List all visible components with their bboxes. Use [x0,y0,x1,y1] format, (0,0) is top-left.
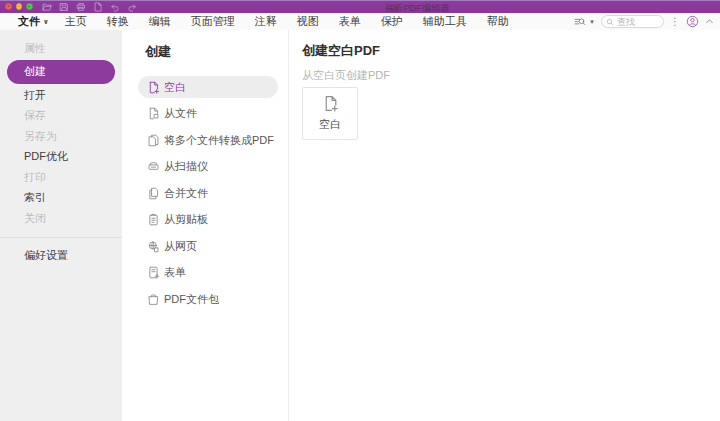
sidebar-item-print: 打印 [0,167,122,188]
undo-icon[interactable] [110,2,120,12]
new-doc-icon[interactable] [93,2,103,12]
zoom-window-button[interactable]: + [26,3,33,10]
minimize-window-button[interactable]: − [16,3,23,10]
chevron-down-icon: ∨ [43,18,49,26]
create-option-convert-multiple[interactable]: 将多个文件转换成PDF [138,129,278,151]
open-folder-icon[interactable] [42,2,52,12]
menu-file[interactable]: 文件 ∨ [18,14,55,29]
menu-protect[interactable]: 保护 [371,15,413,27]
search-input[interactable] [617,17,659,27]
create-option-blank[interactable]: 空白 [138,76,278,98]
scanner-icon [147,160,160,173]
menubar-right-controls: ▼ ⋮ [574,15,714,28]
clipboard-icon [147,213,160,226]
menu-items: 文件 ∨ 主页转换编辑页面管理注释视图表单保护辅助工具帮助 [18,14,519,29]
sidebar-item-save: 保存 [0,106,122,127]
sidebar-item-index[interactable]: 索引 [0,188,122,209]
multi-files-icon [147,134,160,147]
create-option-from-clipboard[interactable]: 从剪贴板 [138,209,278,231]
sidebar-item-open[interactable]: 打开 [0,85,122,106]
combine-docs-icon [147,187,160,200]
sidebar-item-properties: 属性 [0,38,122,59]
close-window-button[interactable]: × [5,3,12,10]
window-title: 福昕PDF编辑器 [385,2,450,15]
portfolio-icon [147,293,160,306]
create-option-label: 从文件 [164,106,197,121]
doc-from-file-icon [147,107,160,120]
create-option-label: 表单 [164,265,186,280]
create-option-form[interactable]: 表单 [138,262,278,284]
create-option-label: 合并文件 [164,186,208,201]
traffic-lights: × − + [5,3,33,10]
create-option-label: 将多个文件转换成PDF [164,133,274,148]
create-option-label: 从网页 [164,239,197,254]
create-panel-title: 创建 [145,43,288,61]
create-option-label: 从剪贴板 [164,212,208,227]
print-icon[interactable] [76,2,86,12]
find-options-caret-icon[interactable]: ▼ [589,19,595,25]
more-options-icon[interactable]: ⋮ [670,16,680,27]
blank-plus-doc-icon [322,95,339,112]
menu-help[interactable]: 帮助 [477,15,519,27]
app-window: × − + 福昕PDF编辑器 文件 ∨ 主页转换编辑页面管理注释视图表单保护辅助… [0,0,720,421]
menu-edit[interactable]: 编辑 [139,15,181,27]
menubar: 文件 ∨ 主页转换编辑页面管理注释视图表单保护辅助工具帮助 ▼ ⋮ [0,13,720,30]
search-icon [606,18,614,26]
titlebar: × − + 福昕PDF编辑器 [0,0,720,13]
create-option-from-file[interactable]: 从文件 [138,103,278,125]
sidebar-item-save-as: 另存为 [0,126,122,147]
find-options-icon[interactable] [574,16,586,28]
save-icon[interactable] [59,2,69,12]
create-option-from-scanner[interactable]: 从扫描仪 [138,156,278,178]
menu-view[interactable]: 视图 [287,15,329,27]
webpage-icon [147,240,160,253]
collapse-toolbar-icon[interactable] [705,17,714,26]
menu-home[interactable]: 主页 [55,15,97,27]
detail-title: 创建空白PDF [302,42,720,60]
create-option-pdf-portfolio[interactable]: PDF文件包 [138,288,278,310]
create-detail-panel: 创建空白PDF 从空白页创建PDF 空白 [288,30,720,421]
redo-icon[interactable] [127,2,137,12]
search-box[interactable] [601,15,664,28]
sidebar-item-close: 关闭 [0,208,122,229]
sidebar-divider [0,237,122,238]
menu-file-label: 文件 [18,14,40,29]
sidebar-item-pdf-optimize[interactable]: PDF优化 [0,147,122,168]
blank-card-label: 空白 [319,117,341,132]
create-option-combine-files[interactable]: 合并文件 [138,182,278,204]
create-options-panel: 创建 空白从文件将多个文件转换成PDF从扫描仪合并文件从剪贴板从网页表单PDF文… [122,30,288,421]
menu-accessibility-tools[interactable]: 辅助工具 [413,15,477,27]
backstage-content: 属性创建打开保存另存为PDF优化打印索引关闭 偏好设置 创建 空白从文件将多个文… [0,30,720,421]
file-menu-sidebar: 属性创建打开保存另存为PDF优化打印索引关闭 偏好设置 [0,30,122,421]
menu-form[interactable]: 表单 [329,15,371,27]
quick-access-toolbar [42,2,137,12]
blank-pdf-card[interactable]: 空白 [302,87,358,140]
menu-page-organize[interactable]: 页面管理 [181,15,245,27]
menu-convert[interactable]: 转换 [97,15,139,27]
create-option-label: PDF文件包 [164,292,219,307]
detail-subtitle: 从空白页创建PDF [302,68,720,83]
account-icon[interactable] [686,15,699,28]
create-option-label: 从扫描仪 [164,159,208,174]
blank-plus-doc-icon [147,81,160,94]
sidebar-item-preferences[interactable]: 偏好设置 [0,246,122,267]
sidebar-item-create[interactable]: 创建 [7,60,115,84]
form-doc-icon [147,266,160,279]
create-options-list: 空白从文件将多个文件转换成PDF从扫描仪合并文件从剪贴板从网页表单PDF文件包 [122,76,288,310]
create-option-from-web[interactable]: 从网页 [138,235,278,257]
menu-comment[interactable]: 注释 [245,15,287,27]
create-option-label: 空白 [164,80,186,95]
